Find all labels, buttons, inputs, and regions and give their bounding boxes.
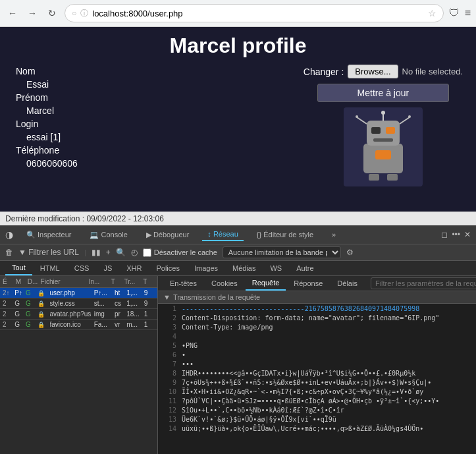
row-lock-1: 🔒: [38, 290, 48, 297]
clear-button[interactable]: 🗑: [5, 248, 13, 257]
code-line-9: 9 7ç•óUs¾÷••ß•¾£ß`••ñ5:•s½&Øxe$Ø••inL•ev…: [158, 379, 476, 388]
col-header-file: Fichier: [41, 278, 88, 285]
copy-icon[interactable]: ◻: [441, 230, 448, 239]
add-button[interactable]: +: [106, 248, 111, 257]
clock-button[interactable]: ◴: [131, 248, 138, 257]
bookmark-icon[interactable]: ☆: [428, 8, 436, 18]
info-icon: ⓘ: [80, 8, 88, 19]
request-section-text: Transmission de la requête: [173, 293, 260, 301]
subtab-autre[interactable]: Autre: [290, 262, 320, 275]
search-button[interactable]: 🔍: [116, 248, 126, 257]
filter-button[interactable]: ▼ Filtrer les URL: [18, 248, 79, 257]
line-content-5: •PNG: [182, 342, 476, 351]
row-type-2: cs: [115, 300, 125, 307]
line-content-4: [182, 333, 476, 342]
table-row: Téléphone: [13, 144, 80, 157]
net-row-user-php[interactable]: 2↑ P↑ G 🔒 user.php P↑... ht 1,... 9: [0, 288, 157, 298]
row-dom-1: G: [26, 289, 36, 297]
close-icon[interactable]: ✕: [464, 230, 471, 239]
row-file-1: user.php: [50, 289, 93, 297]
url-input[interactable]: [92, 9, 423, 18]
table-row: Login: [13, 117, 80, 130]
subtab-xhr[interactable]: XHR: [120, 262, 148, 275]
code-line-10: 10 ÏÌ•X•H•ii&•OZ¿&qR•~`<-•m½I7{•ß;•c&÷pX…: [158, 388, 476, 397]
subtab-css[interactable]: CSS: [68, 262, 96, 275]
pause-button[interactable]: ▮▮: [92, 248, 101, 257]
table-row: Marcel: [13, 104, 80, 117]
row-size-3: 18...: [126, 310, 142, 318]
subtab-tout[interactable]: Tout: [5, 261, 32, 275]
browser-icons: 🛡 ≡: [449, 7, 471, 19]
subtab-images[interactable]: Images: [188, 262, 225, 275]
row-init-1: P↑...: [94, 289, 113, 297]
lock-icon: ○: [72, 9, 76, 18]
table-row: Prénom: [13, 91, 80, 104]
settings-button[interactable]: ⚙: [346, 248, 354, 257]
nom-label: Nom: [13, 65, 80, 78]
row-status-2: 2: [3, 300, 13, 307]
forward-button[interactable]: →: [25, 6, 40, 20]
row-extra-1: 9: [144, 289, 155, 297]
reload-button[interactable]: ↻: [45, 6, 59, 20]
subtab-en-tetes[interactable]: En-têtes: [163, 277, 203, 290]
row-lock-2: 🔒: [38, 300, 48, 307]
devtools-subtabs: Tout HTML CSS JS XHR Polices Images Médi…: [0, 261, 476, 276]
svg-point-3: [381, 111, 385, 115]
subtab-medias[interactable]: Médias: [226, 262, 262, 275]
line-content-6: •: [182, 351, 476, 360]
row-method-2: G: [14, 300, 24, 307]
bandwidth-select[interactable]: Aucune limitation de la bande pa...: [223, 246, 341, 258]
tab-console[interactable]: 💻 Console: [84, 229, 132, 241]
line-content-12: SîOu•+L••`,C••bõ•½Nb••kÀá0î:Æ£`?@Z•î•C•î…: [182, 407, 476, 416]
address-bar[interactable]: ○ ⓘ ☆: [65, 4, 444, 22]
devtools-icons: ◻ ••• ✕: [441, 230, 471, 239]
subtab-reponse[interactable]: Réponse: [287, 277, 329, 290]
subtab-js[interactable]: JS: [97, 262, 119, 275]
row-init-3: img: [94, 310, 113, 318]
col-header-dom: D...: [28, 278, 40, 285]
row-lock-3: 🔒: [38, 311, 48, 318]
subtab-delais[interactable]: Délais: [331, 277, 364, 290]
table-row: essai [1]: [13, 130, 80, 144]
svg-line-10: [357, 117, 367, 124]
svg-point-11: [356, 115, 358, 118]
row-lock-4: 🔒: [38, 322, 48, 328]
changer-label: Changer :: [304, 67, 344, 77]
row-status-4: 2: [3, 321, 13, 328]
row-size-1: 1,...: [126, 289, 142, 297]
net-row-favicon[interactable]: 2 G G 🔒 favicon.ico Fa... vr m... 1: [0, 320, 157, 330]
table-row: Nom: [13, 65, 80, 78]
more-icon[interactable]: •••: [452, 230, 460, 239]
tab-editeur[interactable]: {} Éditeur de style: [251, 229, 319, 241]
network-rows: 2↑ P↑ G 🔒 user.php P↑... ht 1,... 9 2 G …: [0, 288, 157, 330]
line-content-8: IHDR••••••••<<gâ••GçIDATx•i}w|UáŸÿb•³î^U…: [182, 370, 476, 379]
row-file-3: avatar.php?us: [50, 310, 93, 318]
tab-more[interactable]: »: [327, 229, 341, 241]
col-header-p: M: [16, 278, 26, 285]
back-button[interactable]: ←: [5, 6, 20, 20]
tab-inspecteur[interactable]: 🔍 Inspecteur: [21, 229, 76, 241]
subtab-cookies[interactable]: Cookies: [205, 277, 244, 290]
shield-icon[interactable]: 🛡: [449, 7, 460, 19]
subtab-html[interactable]: HTML: [34, 262, 66, 275]
subtab-polices[interactable]: Polices: [149, 262, 186, 275]
params-filter-input[interactable]: [371, 277, 476, 289]
page-content: Marcel profile Nom Essai Prénom Marcel L…: [0, 27, 476, 212]
net-row-style-css[interactable]: 2 G G 🔒 style.css st... cs 1,... 9: [0, 298, 157, 309]
tab-reseau[interactable]: ↕ Réseau: [202, 228, 243, 241]
net-row-avatar[interactable]: 2 G G 🔒 avatar.php?us img pr 18... 1: [0, 309, 157, 320]
menu-icon[interactable]: ≡: [465, 7, 471, 19]
browse-button[interactable]: Browse...: [348, 65, 398, 78]
code-line-4: 4: [158, 333, 476, 342]
row-type-4: vr: [115, 321, 125, 328]
login-label: Login: [13, 117, 80, 130]
update-button[interactable]: Mettre à jour: [317, 84, 449, 102]
telephone-label: Téléphone: [13, 144, 80, 157]
last-modified-bar: Dernière modification : 09/09/2022 - 12:…: [0, 212, 476, 225]
last-modified-text: Dernière modification : 09/09/2022 - 12:…: [5, 214, 164, 223]
tab-debogueur[interactable]: ▶ Débogueur: [141, 229, 195, 241]
subtab-ws[interactable]: WS: [263, 262, 288, 275]
code-line-13: 13 Üe6K`v!•`&ø;}$ü•ŰÖ•áø|§ÿ•ÔÏ9x[vi`••qÏ…: [158, 416, 476, 425]
disable-cache-checkbox[interactable]: [143, 248, 151, 257]
subtab-requete[interactable]: Requête: [246, 276, 286, 291]
